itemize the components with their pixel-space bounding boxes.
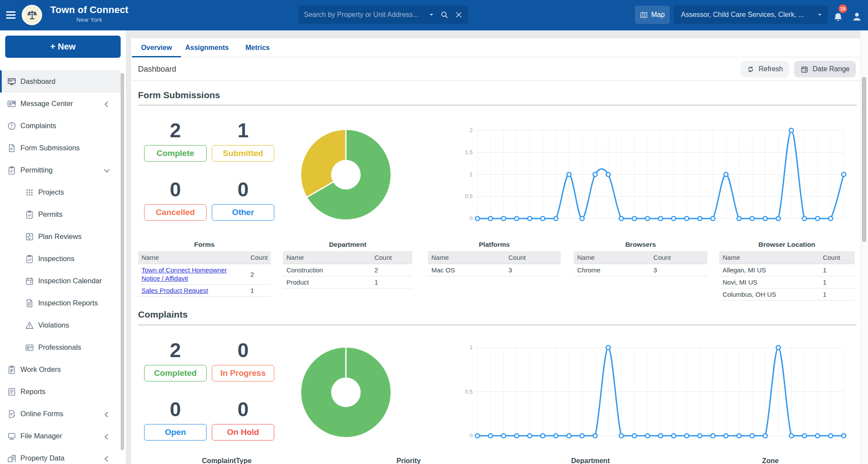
sidebar-item-form-submissions[interactable]: Form Submissions: [0, 137, 121, 159]
data-point-marker: [658, 216, 663, 221]
data-point-marker: [802, 434, 807, 438]
user-profile-icon[interactable]: [852, 11, 862, 22]
projects-icon: [25, 188, 34, 197]
department-selector[interactable]: Assessor, Child Care Services, Clerk, ..…: [674, 6, 828, 24]
table-row: Columbus, OH US1: [719, 288, 855, 301]
scales-icon: [26, 9, 39, 22]
form-submissions-line-chart: 00.511.52: [461, 125, 846, 224]
chevron-down-icon: [817, 12, 822, 17]
complaints-icon: [7, 121, 16, 131]
form-submissions-section-title: Form Submissions: [138, 90, 220, 100]
y-axis-tick-label: 2: [470, 127, 473, 133]
sidebar-item-property-data[interactable]: Property Data: [0, 447, 121, 464]
file-manager-icon: [7, 431, 16, 441]
permitting-icon: [7, 166, 16, 175]
inspections-icon: [25, 254, 34, 264]
refresh-button[interactable]: Refresh: [740, 61, 789, 77]
notifications-button[interactable]: 15: [832, 10, 845, 23]
table-title: Department: [283, 241, 412, 251]
sidebar-scrollbar-thumb[interactable]: [121, 73, 124, 450]
sidebar-item-file-manager[interactable]: File Manager: [0, 425, 121, 447]
data-point-marker: [658, 434, 663, 438]
date-range-button[interactable]: Date Range: [794, 61, 856, 77]
sidebar-item-reports[interactable]: Reports: [0, 381, 121, 403]
table-title: Priority: [320, 457, 497, 464]
data-point-marker: [815, 434, 820, 438]
data-point-marker: [789, 434, 794, 438]
page-scrollbar-thumb[interactable]: [862, 77, 866, 242]
data-point-marker: [632, 216, 637, 221]
search-scope-caret-icon[interactable]: [429, 12, 434, 17]
data-point-marker: [554, 216, 558, 221]
stat-chip-other[interactable]: Other: [212, 204, 274, 221]
sidebar-item-inspections[interactable]: Inspections: [0, 248, 121, 270]
table-link-town-of-connect-homeowner-notice-affidavit[interactable]: Town of Connect Homeowner Notice / Affid…: [141, 266, 227, 282]
column-header-name: Name: [283, 251, 371, 264]
data-point-marker: [711, 434, 715, 438]
column-header-count: Count: [247, 251, 271, 264]
stat-chip-in-progress[interactable]: In Progress: [212, 365, 274, 381]
search-icon[interactable]: [440, 10, 449, 19]
data-point-marker: [645, 434, 650, 438]
sidebar-item-label: Online Forms: [20, 410, 103, 418]
sidebar-item-work-orders[interactable]: Work Orders: [0, 358, 121, 381]
stat-chip-completed[interactable]: Completed: [144, 365, 207, 381]
sidebar-item-permits[interactable]: Permits: [0, 203, 121, 225]
stat-on-hold: 0On Hold: [209, 397, 277, 441]
clear-search-icon[interactable]: [455, 11, 463, 19]
stat-chip-submitted[interactable]: Submitted: [212, 145, 274, 162]
sidebar-item-complaints[interactable]: Complaints: [0, 115, 121, 137]
tab-metrics[interactable]: Metrics: [233, 38, 282, 57]
data-point-marker: [475, 216, 480, 221]
sidebar-item-plan-reviews[interactable]: Plan Reviews: [0, 225, 121, 248]
table-header-row: NameCount: [283, 251, 412, 264]
table-browser-location: Browser LocationNameCountAllegan, MI US1…: [719, 241, 855, 301]
sidebar-item-label: Property Data: [20, 454, 103, 462]
sidebar-item-online-forms[interactable]: Online Forms: [0, 403, 121, 425]
sidebar-item-dashboard[interactable]: Dashboard: [0, 70, 121, 93]
tab-assignments[interactable]: Assignments: [181, 38, 233, 57]
sidebar-item-label: Form Submissions: [20, 144, 121, 152]
table-browsers: BrowsersNameCountChrome3: [574, 241, 707, 276]
stat-other: 0Other: [209, 177, 277, 221]
sidebar-item-permitting[interactable]: Permitting: [0, 159, 121, 181]
data-point-marker: [580, 434, 584, 438]
sidebar-item-projects[interactable]: Projects: [0, 181, 121, 203]
form-submissions-donut-chart: [301, 130, 391, 219]
stat-chip-open[interactable]: Open: [144, 424, 207, 441]
toolbar: Dashboard Refresh Date Range: [131, 57, 860, 81]
form-submissions-icon: [7, 143, 16, 153]
sidebar-item-violations[interactable]: Violations: [0, 314, 121, 336]
sidebar-item-inspection-calendar[interactable]: Inspection Calendar: [0, 270, 121, 292]
inspection-reports-icon: [25, 298, 34, 308]
stat-chip-on-hold[interactable]: On Hold: [212, 424, 274, 441]
sidebar-item-message-center[interactable]: Message Center: [0, 93, 121, 115]
sidebar-item-label: Professionals: [38, 343, 121, 351]
sidebar-item-inspection-reports[interactable]: Inspection Reports: [0, 292, 121, 314]
table-platforms: PlatformsNameCountMac OS3: [428, 241, 561, 276]
app-root: Town of Connect New York Search by Prope…: [0, 0, 868, 464]
sidebar-item-label: File Manager: [20, 432, 103, 440]
tab-overview[interactable]: Overview: [132, 38, 181, 57]
data-point-marker: [724, 434, 728, 438]
map-button[interactable]: Map: [635, 6, 670, 24]
chevron-down-icon: [103, 167, 109, 173]
property-data-icon: [7, 454, 16, 463]
data-point-marker: [763, 216, 767, 221]
table-complainttype: ComplaintType: [138, 457, 316, 464]
app-subtitle: New York: [46, 17, 133, 23]
stat-open: 0Open: [141, 397, 209, 441]
table-link-sales-product-request[interactable]: Sales Product Request: [141, 287, 208, 294]
data-point-marker: [684, 434, 689, 438]
data-point-marker: [829, 216, 833, 221]
hamburger-menu-icon[interactable]: [6, 11, 16, 19]
data-point-marker: [737, 434, 741, 438]
new-button[interactable]: + New: [5, 36, 121, 58]
data-point-marker: [606, 345, 611, 350]
global-search-input[interactable]: Search by Property or Unit Address...: [299, 6, 468, 24]
sidebar-item-professionals[interactable]: Professionals: [0, 336, 121, 358]
cell-count: 3: [650, 264, 707, 276]
stat-chip-cancelled[interactable]: Cancelled: [144, 204, 207, 221]
data-point-marker: [829, 434, 833, 438]
stat-chip-complete[interactable]: Complete: [144, 145, 207, 162]
